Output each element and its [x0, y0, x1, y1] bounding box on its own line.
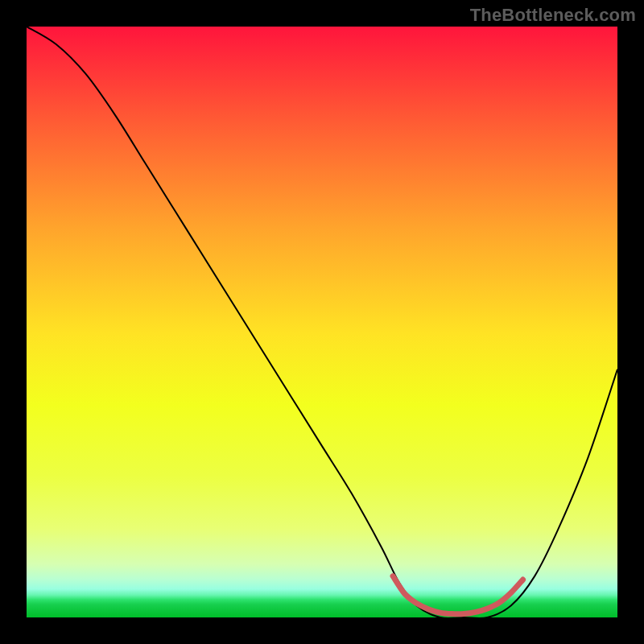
plot-area	[27, 27, 617, 617]
chart-stage: TheBottleneck.com	[0, 0, 644, 644]
chart-svg	[27, 27, 617, 617]
watermark-text: TheBottleneck.com	[470, 5, 636, 26]
